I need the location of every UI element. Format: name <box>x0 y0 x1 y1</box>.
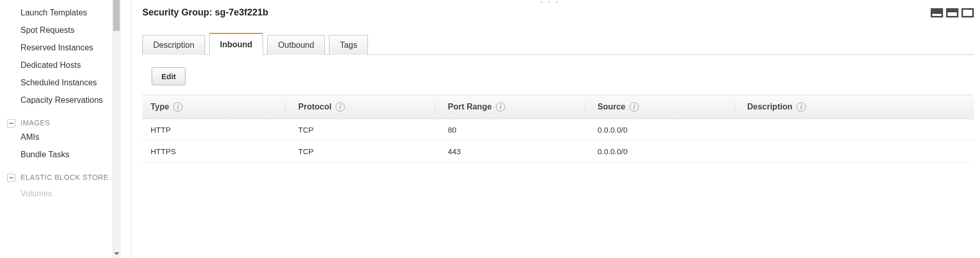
info-icon[interactable]: i <box>173 102 182 112</box>
tab-inbound[interactable]: Inbound <box>209 33 263 55</box>
sidebar-item-launch-templates[interactable]: Launch Templates <box>0 4 112 22</box>
sidebar-item-bundle-tasks[interactable]: Bundle Tasks <box>0 146 112 163</box>
cell-protocol: TCP <box>292 119 441 141</box>
table-header-row: Typei Protocoli Port Rangei Sourcei Desc… <box>142 95 974 119</box>
sidebar-item-dedicated-hosts[interactable]: Dedicated Hosts <box>0 57 112 74</box>
sidebar-item-volumes[interactable]: Volumes <box>0 185 112 202</box>
cell-port-range: 443 <box>441 141 591 162</box>
tab-description[interactable]: Description <box>142 35 205 55</box>
sidebar-section-ebs: ELASTIC BLOCK STORE <box>0 163 112 183</box>
collapse-icon[interactable] <box>7 119 15 127</box>
col-header-description: Description <box>747 102 792 112</box>
col-header-port-range: Port Range <box>448 102 491 112</box>
inbound-rules-table: Typei Protocoli Port Rangei Sourcei Desc… <box>142 95 974 162</box>
sidebar-section-images: IMAGES <box>0 109 112 128</box>
tab-outbound[interactable]: Outbound <box>267 35 325 55</box>
col-header-protocol: Protocol <box>298 102 331 112</box>
panel-restore-button[interactable] <box>946 8 958 17</box>
cell-port-range: 80 <box>441 119 591 141</box>
detail-group-id: sg-7e3f221b <box>215 7 268 17</box>
info-icon[interactable]: i <box>630 102 639 112</box>
detail-panel: ▪ ▪ ▪ Security Group: sg-7e3f221b Descri… <box>121 0 980 258</box>
col-header-type: Type <box>151 102 169 112</box>
sidebar-scrollbar[interactable] <box>112 0 121 258</box>
panel-size-controls <box>931 8 974 17</box>
sidebar-item-amis[interactable]: AMIs <box>0 128 112 146</box>
panel-minimize-button[interactable] <box>931 8 943 17</box>
cell-source: 0.0.0.0/0 <box>591 119 741 141</box>
col-header-source: Source <box>598 102 625 112</box>
cell-protocol: TCP <box>292 141 441 162</box>
tabs: Description Inbound Outbound Tags <box>142 32 974 55</box>
table-row[interactable]: HTTPS TCP 443 0.0.0.0/0 <box>142 141 974 162</box>
sidebar-section-label: ELASTIC BLOCK STORE <box>21 173 108 182</box>
collapse-icon[interactable] <box>7 174 15 182</box>
info-icon[interactable]: i <box>496 102 505 112</box>
scrollbar-thumb[interactable] <box>113 0 120 31</box>
panel-maximize-button[interactable] <box>961 8 974 17</box>
cell-type: HTTP <box>142 119 292 141</box>
sidebar: Instances Launch Templates Spot Requests… <box>0 0 121 258</box>
info-icon[interactable]: i <box>336 102 345 112</box>
cell-description <box>741 119 974 141</box>
scrollbar-down-arrow[interactable] <box>112 249 121 258</box>
panel-resize-handle[interactable]: ▪ ▪ ▪ <box>541 0 560 5</box>
sidebar-item-capacity-reservations[interactable]: Capacity Reservations <box>0 91 112 109</box>
sidebar-section-label: IMAGES <box>21 118 50 127</box>
detail-title: Security Group: sg-7e3f221b <box>142 7 268 18</box>
edit-button[interactable]: Edit <box>152 67 186 85</box>
sidebar-item-scheduled-instances[interactable]: Scheduled Instances <box>0 74 112 91</box>
sidebar-item-instances[interactable]: Instances <box>0 0 112 4</box>
tab-tags[interactable]: Tags <box>329 35 368 55</box>
info-icon[interactable]: i <box>797 102 806 112</box>
cell-description <box>741 141 974 162</box>
sidebar-item-spot-requests[interactable]: Spot Requests <box>0 22 112 39</box>
cell-source: 0.0.0.0/0 <box>591 141 741 162</box>
cell-type: HTTPS <box>142 141 292 162</box>
sidebar-item-reserved-instances[interactable]: Reserved Instances <box>0 39 112 57</box>
table-row[interactable]: HTTP TCP 80 0.0.0.0/0 <box>142 119 974 141</box>
detail-title-prefix: Security Group: <box>142 7 215 17</box>
